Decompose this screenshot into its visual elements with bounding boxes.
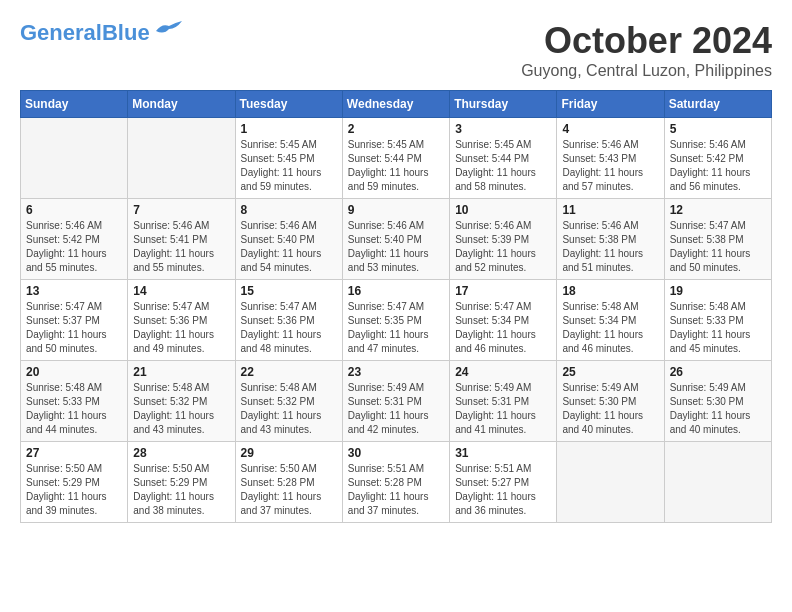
day-info: Sunrise: 5:49 AMSunset: 5:31 PMDaylight:…	[348, 381, 444, 437]
weekday-header: Sunday	[21, 91, 128, 118]
calendar-day-cell: 26Sunrise: 5:49 AMSunset: 5:30 PMDayligh…	[664, 361, 771, 442]
calendar-day-cell: 8Sunrise: 5:46 AMSunset: 5:40 PMDaylight…	[235, 199, 342, 280]
day-info: Sunrise: 5:47 AMSunset: 5:34 PMDaylight:…	[455, 300, 551, 356]
calendar-day-cell: 1Sunrise: 5:45 AMSunset: 5:45 PMDaylight…	[235, 118, 342, 199]
calendar-day-cell: 21Sunrise: 5:48 AMSunset: 5:32 PMDayligh…	[128, 361, 235, 442]
logo-text: GeneralBlue	[20, 20, 150, 46]
day-number: 31	[455, 446, 551, 460]
calendar-day-cell: 16Sunrise: 5:47 AMSunset: 5:35 PMDayligh…	[342, 280, 449, 361]
weekday-header: Friday	[557, 91, 664, 118]
calendar-day-cell: 27Sunrise: 5:50 AMSunset: 5:29 PMDayligh…	[21, 442, 128, 523]
calendar-week-row: 13Sunrise: 5:47 AMSunset: 5:37 PMDayligh…	[21, 280, 772, 361]
calendar-day-cell: 15Sunrise: 5:47 AMSunset: 5:36 PMDayligh…	[235, 280, 342, 361]
day-number: 26	[670, 365, 766, 379]
day-number: 11	[562, 203, 658, 217]
day-info: Sunrise: 5:49 AMSunset: 5:31 PMDaylight:…	[455, 381, 551, 437]
calendar-day-cell: 10Sunrise: 5:46 AMSunset: 5:39 PMDayligh…	[450, 199, 557, 280]
day-info: Sunrise: 5:51 AMSunset: 5:28 PMDaylight:…	[348, 462, 444, 518]
day-number: 18	[562, 284, 658, 298]
calendar-day-cell: 2Sunrise: 5:45 AMSunset: 5:44 PMDaylight…	[342, 118, 449, 199]
calendar-week-row: 6Sunrise: 5:46 AMSunset: 5:42 PMDaylight…	[21, 199, 772, 280]
weekday-header: Wednesday	[342, 91, 449, 118]
day-info: Sunrise: 5:45 AMSunset: 5:45 PMDaylight:…	[241, 138, 337, 194]
calendar-day-cell	[664, 442, 771, 523]
calendar-day-cell: 4Sunrise: 5:46 AMSunset: 5:43 PMDaylight…	[557, 118, 664, 199]
calendar-week-row: 20Sunrise: 5:48 AMSunset: 5:33 PMDayligh…	[21, 361, 772, 442]
calendar-day-cell: 19Sunrise: 5:48 AMSunset: 5:33 PMDayligh…	[664, 280, 771, 361]
logo-blue: Blue	[102, 20, 150, 45]
day-number: 27	[26, 446, 122, 460]
day-number: 13	[26, 284, 122, 298]
day-number: 7	[133, 203, 229, 217]
calendar-day-cell	[557, 442, 664, 523]
day-info: Sunrise: 5:46 AMSunset: 5:38 PMDaylight:…	[562, 219, 658, 275]
day-info: Sunrise: 5:46 AMSunset: 5:42 PMDaylight:…	[670, 138, 766, 194]
day-info: Sunrise: 5:46 AMSunset: 5:40 PMDaylight:…	[241, 219, 337, 275]
calendar-day-cell: 14Sunrise: 5:47 AMSunset: 5:36 PMDayligh…	[128, 280, 235, 361]
day-info: Sunrise: 5:47 AMSunset: 5:35 PMDaylight:…	[348, 300, 444, 356]
day-info: Sunrise: 5:49 AMSunset: 5:30 PMDaylight:…	[562, 381, 658, 437]
calendar-day-cell: 20Sunrise: 5:48 AMSunset: 5:33 PMDayligh…	[21, 361, 128, 442]
day-number: 20	[26, 365, 122, 379]
title-section: October 2024 Guyong, Central Luzon, Phil…	[521, 20, 772, 80]
day-number: 23	[348, 365, 444, 379]
day-number: 9	[348, 203, 444, 217]
day-info: Sunrise: 5:45 AMSunset: 5:44 PMDaylight:…	[348, 138, 444, 194]
day-number: 30	[348, 446, 444, 460]
calendar-table: SundayMondayTuesdayWednesdayThursdayFrid…	[20, 90, 772, 523]
location: Guyong, Central Luzon, Philippines	[521, 62, 772, 80]
logo: GeneralBlue	[20, 20, 184, 46]
weekday-header: Saturday	[664, 91, 771, 118]
day-number: 28	[133, 446, 229, 460]
day-number: 29	[241, 446, 337, 460]
logo-general: General	[20, 20, 102, 45]
page-header: GeneralBlue October 2024 Guyong, Central…	[20, 20, 772, 80]
day-number: 10	[455, 203, 551, 217]
day-info: Sunrise: 5:46 AMSunset: 5:39 PMDaylight:…	[455, 219, 551, 275]
day-info: Sunrise: 5:50 AMSunset: 5:29 PMDaylight:…	[26, 462, 122, 518]
month-title: October 2024	[521, 20, 772, 62]
calendar-day-cell: 23Sunrise: 5:49 AMSunset: 5:31 PMDayligh…	[342, 361, 449, 442]
calendar-day-cell	[128, 118, 235, 199]
day-number: 12	[670, 203, 766, 217]
calendar-day-cell: 7Sunrise: 5:46 AMSunset: 5:41 PMDaylight…	[128, 199, 235, 280]
calendar-day-cell: 9Sunrise: 5:46 AMSunset: 5:40 PMDaylight…	[342, 199, 449, 280]
day-info: Sunrise: 5:48 AMSunset: 5:34 PMDaylight:…	[562, 300, 658, 356]
day-info: Sunrise: 5:46 AMSunset: 5:40 PMDaylight:…	[348, 219, 444, 275]
day-info: Sunrise: 5:49 AMSunset: 5:30 PMDaylight:…	[670, 381, 766, 437]
day-number: 17	[455, 284, 551, 298]
calendar-day-cell: 6Sunrise: 5:46 AMSunset: 5:42 PMDaylight…	[21, 199, 128, 280]
day-number: 25	[562, 365, 658, 379]
day-info: Sunrise: 5:50 AMSunset: 5:29 PMDaylight:…	[133, 462, 229, 518]
calendar-day-cell: 29Sunrise: 5:50 AMSunset: 5:28 PMDayligh…	[235, 442, 342, 523]
day-info: Sunrise: 5:46 AMSunset: 5:41 PMDaylight:…	[133, 219, 229, 275]
day-number: 1	[241, 122, 337, 136]
day-number: 4	[562, 122, 658, 136]
calendar-day-cell: 5Sunrise: 5:46 AMSunset: 5:42 PMDaylight…	[664, 118, 771, 199]
day-info: Sunrise: 5:46 AMSunset: 5:42 PMDaylight:…	[26, 219, 122, 275]
calendar-header-row: SundayMondayTuesdayWednesdayThursdayFrid…	[21, 91, 772, 118]
day-number: 22	[241, 365, 337, 379]
logo-bird-icon	[154, 21, 184, 41]
calendar-day-cell	[21, 118, 128, 199]
day-info: Sunrise: 5:51 AMSunset: 5:27 PMDaylight:…	[455, 462, 551, 518]
calendar-day-cell: 28Sunrise: 5:50 AMSunset: 5:29 PMDayligh…	[128, 442, 235, 523]
day-number: 2	[348, 122, 444, 136]
calendar-week-row: 1Sunrise: 5:45 AMSunset: 5:45 PMDaylight…	[21, 118, 772, 199]
calendar-day-cell: 17Sunrise: 5:47 AMSunset: 5:34 PMDayligh…	[450, 280, 557, 361]
day-number: 14	[133, 284, 229, 298]
calendar-day-cell: 25Sunrise: 5:49 AMSunset: 5:30 PMDayligh…	[557, 361, 664, 442]
day-number: 21	[133, 365, 229, 379]
day-info: Sunrise: 5:48 AMSunset: 5:33 PMDaylight:…	[670, 300, 766, 356]
weekday-header: Thursday	[450, 91, 557, 118]
calendar-day-cell: 31Sunrise: 5:51 AMSunset: 5:27 PMDayligh…	[450, 442, 557, 523]
day-info: Sunrise: 5:47 AMSunset: 5:36 PMDaylight:…	[133, 300, 229, 356]
day-number: 15	[241, 284, 337, 298]
calendar-day-cell: 3Sunrise: 5:45 AMSunset: 5:44 PMDaylight…	[450, 118, 557, 199]
weekday-header: Tuesday	[235, 91, 342, 118]
day-info: Sunrise: 5:48 AMSunset: 5:33 PMDaylight:…	[26, 381, 122, 437]
day-number: 16	[348, 284, 444, 298]
calendar-day-cell: 18Sunrise: 5:48 AMSunset: 5:34 PMDayligh…	[557, 280, 664, 361]
day-info: Sunrise: 5:48 AMSunset: 5:32 PMDaylight:…	[241, 381, 337, 437]
day-info: Sunrise: 5:47 AMSunset: 5:38 PMDaylight:…	[670, 219, 766, 275]
